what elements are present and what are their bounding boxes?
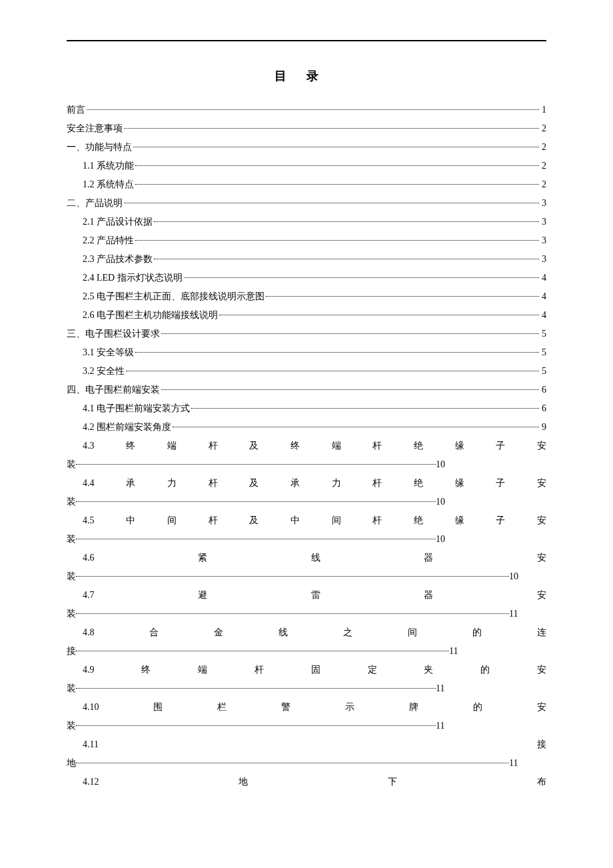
toc-page-number: 2 [540,119,546,138]
toc-justified-char: 牌 [409,698,418,717]
toc-justified-char: 4.7 [83,586,95,605]
toc-justified-char: 及 [249,437,259,455]
toc-justified-char: 下 [388,773,397,791]
toc-justified-char: 4.11 [83,735,99,754]
toc-justified-char: 固 [311,661,320,679]
toc-leader-dots [76,651,449,651]
toc-entry-label: 2.2 产品特性 [67,231,134,250]
toc-justified-char: 中 [291,511,300,530]
toc-page-number: 11 [509,605,518,623]
toc-entry-label: 3.2 安全性 [67,362,125,381]
toc-entry: 2.6 电子围栏主机功能端接线说明4 [67,306,546,325]
toc-justified-char: 终 [141,661,151,679]
toc-justified-char: 4.5 [83,511,95,530]
toc-entry-label: 前言 [67,101,85,119]
toc-leader-dots [76,464,436,465]
toc-page-number: 2 [540,138,546,157]
toc-justified-char: 杆 [209,437,218,455]
toc-entry-justified: 4.9终端杆固定夹的安 [67,661,546,679]
toc-justified-char: 力 [332,474,341,493]
toc-continuation-label: 装 [67,455,76,474]
toc-page-number: 4 [540,269,546,287]
toc-entry-justified: 4.5中间杆及中间杆绝缘子安 [67,511,546,530]
toc-continuation-label: 接 [67,642,76,661]
toc-justified-char: 安 [537,698,546,717]
toc-justified-char: 连 [537,623,546,642]
toc-justified-char: 绝 [414,511,423,530]
toc-page-number: 11 [436,717,444,735]
toc-page-number: 1 [540,101,546,119]
toc-page-number: 4 [540,287,546,306]
toc-entry-label: 2.1 产品设计依据 [67,213,153,231]
toc-leader-dots [161,333,539,334]
toc-entry-justified: 4.11接 [67,735,546,754]
toc-justified-char: 终 [126,437,135,455]
toc-entry-label: 四、电子围栏前端安装 [67,381,160,399]
toc-entry-label: 2.3 产品技术参数 [67,250,153,269]
toc-page-number: 5 [540,325,546,343]
toc-justified-char: 合 [149,623,159,642]
toc-entry-label: 2.6 电子围栏主机功能端接线说明 [67,306,218,325]
toc-justified-char: 示 [345,698,354,717]
toc-justified-char: 安 [537,661,546,679]
toc-leader-dots [184,277,539,278]
toc-justified-char: 4.10 [83,698,99,717]
toc-entry-justified: 4.7避雷器安 [67,586,546,605]
toc-justified-char: 杆 [209,474,218,493]
toc-leader-dots [76,688,436,689]
toc-entry-label: 1.1 系统功能 [67,157,134,175]
toc-entry: 1.1 系统功能2 [67,157,546,175]
toc-page-number: 11 [436,679,444,698]
toc-entry-label: 4.2 围栏前端安装角度 [67,418,171,437]
toc-continuation-label: 装 [67,530,76,549]
toc-entry-justified: 4.4承力杆及承力杆绝缘子安 [67,474,546,493]
toc-justified-char: 及 [249,511,259,530]
toc-entry-continuation: 装10 [67,530,546,549]
toc-justified-char: 安 [537,474,546,493]
toc-leader-dots [135,184,539,185]
toc-leader-dots [133,147,539,147]
toc-justified-char: 4.4 [83,474,95,493]
toc-page-number: 3 [540,250,546,269]
toc-justified-char: 终 [291,437,300,455]
toc-entry: 安全注意事项2 [67,119,546,138]
toc-entry: 2.5 电子围栏主机正面、底部接线说明示意图4 [67,287,546,306]
toc-leader-dots [266,296,539,297]
toc-page-number: 2 [540,175,546,194]
toc-justified-char: 之 [343,623,352,642]
toc-justified-char: 围 [153,698,163,717]
toc-leader-dots [126,371,539,371]
toc-justified-char: 中 [126,511,135,530]
toc-leader-dots [135,165,539,166]
toc-entry: 前言1 [67,101,546,119]
toc-entry: 3.2 安全性5 [67,362,546,381]
toc-justified-char: 缘 [455,474,464,493]
toc-page-number: 10 [436,530,445,549]
toc-leader-dots [191,408,539,409]
toc-justified-char: 间 [332,511,341,530]
toc-entry: 二、产品说明3 [67,194,546,213]
toc-entry: 2.3 产品技术参数3 [67,250,546,269]
toc-page-number: 6 [540,399,546,418]
toc-entry: 3.1 安全等级5 [67,343,546,362]
toc-justified-char: 4.6 [83,549,95,567]
toc-entry-justified: 4.8合金线之间的连 [67,623,546,642]
toc-justified-char: 的 [472,623,482,642]
toc-leader-dots [124,203,539,203]
toc-entry-continuation: 装10 [67,493,546,511]
toc-leader-dots [154,259,539,259]
toc-continuation-label: 装 [67,567,76,586]
toc-continuation-label: 装 [67,679,76,698]
toc-leader-dots [87,109,539,110]
toc-justified-char: 4.9 [83,661,95,679]
toc-justified-char: 子 [496,511,505,530]
toc-continuation-label: 地 [67,754,76,773]
toc-entry-label: 1.2 系统特点 [67,175,134,194]
toc-page-number: 4 [540,306,546,325]
toc-entry-continuation: 接11 [67,642,546,661]
toc-leader-dots [135,352,539,353]
toc-page-number: 10 [436,493,445,511]
toc-justified-char: 杆 [372,437,382,455]
toc-entry-label: 二、产品说明 [67,194,123,213]
toc-justified-char: 间 [167,511,177,530]
